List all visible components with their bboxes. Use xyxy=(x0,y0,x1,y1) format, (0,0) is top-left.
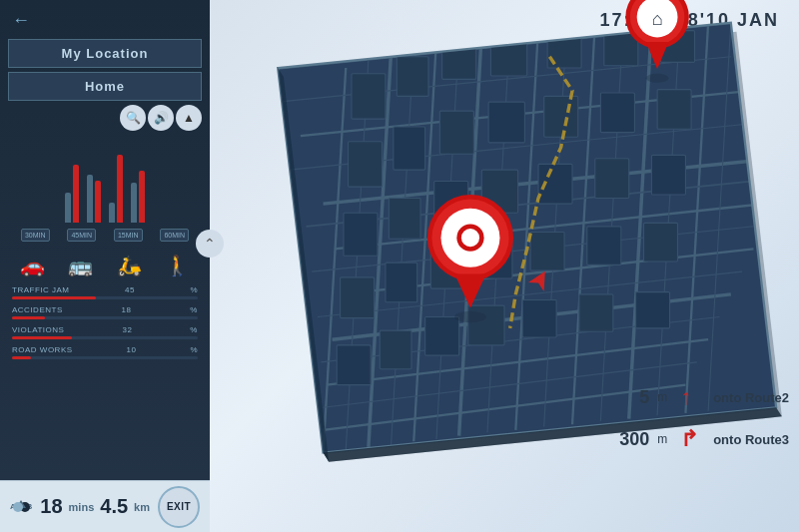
home-field[interactable]: Home xyxy=(8,72,202,101)
nav-route-1: onto Route2 xyxy=(713,390,789,405)
search-icon[interactable]: 🔍 xyxy=(120,105,146,131)
svg-point-84 xyxy=(454,311,486,322)
svg-rect-35 xyxy=(397,57,428,97)
car-icon[interactable]: 🚗 xyxy=(20,254,45,277)
nav-step-2: 300 m ↱ onto Route3 xyxy=(599,426,789,452)
svg-rect-66 xyxy=(522,300,556,337)
svg-rect-44 xyxy=(488,102,524,143)
nav-unit-1: m xyxy=(657,390,672,404)
nav-instructions: 5 m ↑ onto Route2 300 m ↱ onto Route3 xyxy=(599,384,789,452)
violations-label: VIOLATIONS 32% xyxy=(12,325,198,334)
svg-rect-34 xyxy=(352,74,386,119)
left-panel: ← My Location Home 🔍 🔊 ▲ 30MIN 45MIN xyxy=(0,0,210,532)
my-location-field[interactable]: My Location xyxy=(8,39,202,68)
svg-rect-53 xyxy=(595,159,629,199)
time-label-15[interactable]: 15MIN xyxy=(114,229,143,242)
duration-unit: mins xyxy=(69,501,95,513)
traffic-jam-stat: TRAFFIC JAM 45% xyxy=(12,285,198,299)
svg-rect-60 xyxy=(587,227,621,266)
nav-unit-2: m xyxy=(657,432,672,446)
walk-icon[interactable]: 🚶 xyxy=(165,254,190,277)
time-labels: 30MIN 45MIN 15MIN 60MIN xyxy=(8,229,202,242)
svg-rect-62 xyxy=(337,345,371,385)
bar-chart xyxy=(8,143,202,223)
accidents-label: ACCIDENTS 18% xyxy=(12,305,198,314)
bottom-stats: 18 mins 4.5 km xyxy=(40,495,150,518)
road-works-stat: ROAD WORKS 10% xyxy=(12,345,198,359)
svg-rect-47 xyxy=(657,90,691,130)
icon-row: 🔍 🔊 ▲ xyxy=(8,105,202,131)
traffic-jam-label: TRAFFIC JAM 45% xyxy=(12,285,198,294)
svg-rect-68 xyxy=(636,292,670,328)
svg-rect-56 xyxy=(386,263,417,302)
svg-rect-67 xyxy=(579,294,613,331)
svg-point-82 xyxy=(461,229,479,247)
transport-row: 🚗 🚌 🛵 🚶 xyxy=(8,254,202,277)
nav-distance-1: 5 xyxy=(599,387,649,408)
svg-rect-46 xyxy=(600,93,634,133)
svg-rect-63 xyxy=(380,330,411,369)
accidents-stat: ACCIDENTS 18% xyxy=(12,305,198,319)
straight-arrow-icon: ↑ xyxy=(680,384,705,410)
road-works-label: ROAD WORKS 10% xyxy=(12,345,198,354)
svg-rect-42 xyxy=(394,127,425,170)
svg-rect-55 xyxy=(341,277,375,318)
bus-icon[interactable]: 🚌 xyxy=(68,254,93,277)
turn-right-icon: ↱ xyxy=(680,426,705,452)
isometric-map: ⌂ xyxy=(210,0,799,532)
svg-rect-48 xyxy=(344,213,378,256)
scooter-icon[interactable]: 🛵 xyxy=(117,254,142,277)
svg-text:⌂: ⌂ xyxy=(652,9,663,29)
expand-arrow[interactable]: ⌃ xyxy=(196,230,224,258)
time-label-45[interactable]: 45MIN xyxy=(67,229,96,242)
back-button[interactable]: ← xyxy=(8,8,202,33)
time-label-30[interactable]: 30MIN xyxy=(21,229,50,242)
compass-icon[interactable]: ▲ xyxy=(176,105,202,131)
bottom-nav: A B 18 mins 4.5 km EXIT xyxy=(0,480,210,532)
exit-button[interactable]: EXIT xyxy=(158,486,200,528)
svg-rect-64 xyxy=(425,317,459,356)
svg-rect-41 xyxy=(349,142,383,187)
route-slider[interactable]: A B xyxy=(10,502,32,511)
violations-stat: VIOLATIONS 32% xyxy=(12,325,198,339)
distance-unit: km xyxy=(134,501,150,513)
nav-distance-2: 300 xyxy=(599,429,649,450)
svg-rect-49 xyxy=(389,198,420,239)
map-area: ⌂ xyxy=(210,0,799,532)
time-label-60[interactable]: 60MIN xyxy=(160,229,189,242)
svg-rect-54 xyxy=(651,155,685,195)
nav-route-2: onto Route3 xyxy=(713,432,789,447)
sound-icon[interactable]: 🔊 xyxy=(148,105,174,131)
svg-point-77 xyxy=(646,74,669,83)
svg-rect-59 xyxy=(530,232,564,270)
duration-value: 18 xyxy=(40,495,62,518)
distance-value: 4.5 xyxy=(100,495,128,518)
svg-rect-43 xyxy=(439,111,473,154)
nav-step-1: 5 m ↑ onto Route2 xyxy=(599,384,789,410)
svg-rect-61 xyxy=(643,223,677,262)
svg-rect-45 xyxy=(544,96,578,137)
